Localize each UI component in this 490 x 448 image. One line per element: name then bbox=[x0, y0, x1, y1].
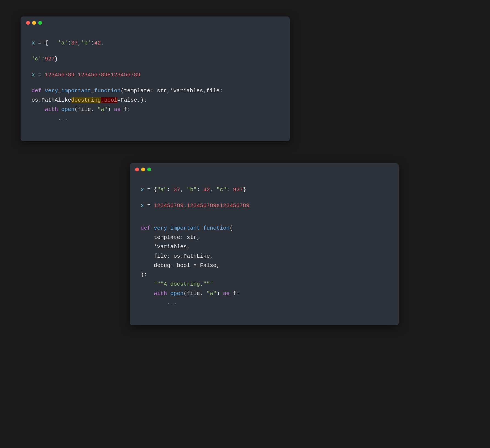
code-line: ): bbox=[141, 270, 388, 280]
blank-line bbox=[32, 124, 279, 130]
blank-line bbox=[32, 32, 279, 38]
dot-green-1[interactable] bbox=[38, 21, 42, 25]
code-line: 'c':927} bbox=[32, 54, 279, 64]
code-body-2: x = {"a": 37, "b": 42, "c": 927} x = 123… bbox=[130, 176, 399, 317]
blank-line bbox=[141, 210, 388, 217]
dot-yellow-1[interactable] bbox=[32, 21, 36, 25]
titlebar-2 bbox=[130, 163, 399, 176]
dot-yellow-2[interactable] bbox=[141, 168, 145, 171]
blank-line bbox=[141, 217, 388, 224]
code-line: os.PathAlikedocstring,bool=False,): bbox=[32, 96, 279, 105]
code-line: """A docstring.""" bbox=[141, 280, 388, 289]
blank-line bbox=[32, 80, 279, 86]
dot-green-2[interactable] bbox=[147, 168, 151, 171]
code-line: x = 123456789.123456789E123456789 bbox=[32, 70, 279, 80]
code-line: def very_important_function(template: st… bbox=[32, 86, 279, 96]
editor-window-1: x = { 'a':37,'b':42, 'c':927} x = 123456… bbox=[21, 16, 290, 141]
editor-window-2: x = {"a": 37, "b": 42, "c": 927} x = 123… bbox=[130, 163, 399, 325]
code-line: with open(file, "w") as f: bbox=[141, 289, 388, 298]
dot-red-1[interactable] bbox=[26, 21, 30, 25]
blank-line bbox=[32, 48, 279, 54]
code-line: def very_important_function( bbox=[141, 224, 388, 233]
blank-line bbox=[141, 194, 388, 201]
code-line: template: str, bbox=[141, 233, 388, 242]
titlebar-1 bbox=[21, 16, 290, 29]
dot-red-2[interactable] bbox=[135, 168, 139, 171]
code-line: x = 123456789.123456789e123456789 bbox=[141, 201, 388, 210]
code-line: debug: bool = False, bbox=[141, 261, 388, 270]
code-line: x = { 'a':37,'b':42, bbox=[32, 38, 279, 48]
blank-line bbox=[32, 64, 279, 70]
code-line: *variables, bbox=[141, 242, 388, 252]
code-line: ... bbox=[141, 298, 388, 308]
code-line: ... bbox=[32, 114, 279, 124]
blank-line bbox=[141, 179, 388, 185]
blank-line bbox=[141, 308, 388, 314]
code-line: file: os.PathLike, bbox=[141, 252, 388, 261]
code-body-1: x = { 'a':37,'b':42, 'c':927} x = 123456… bbox=[21, 29, 290, 133]
code-line: x = {"a": 37, "b": 42, "c": 927} bbox=[141, 185, 388, 194]
code-line: with open(file, "w") as f: bbox=[32, 105, 279, 114]
